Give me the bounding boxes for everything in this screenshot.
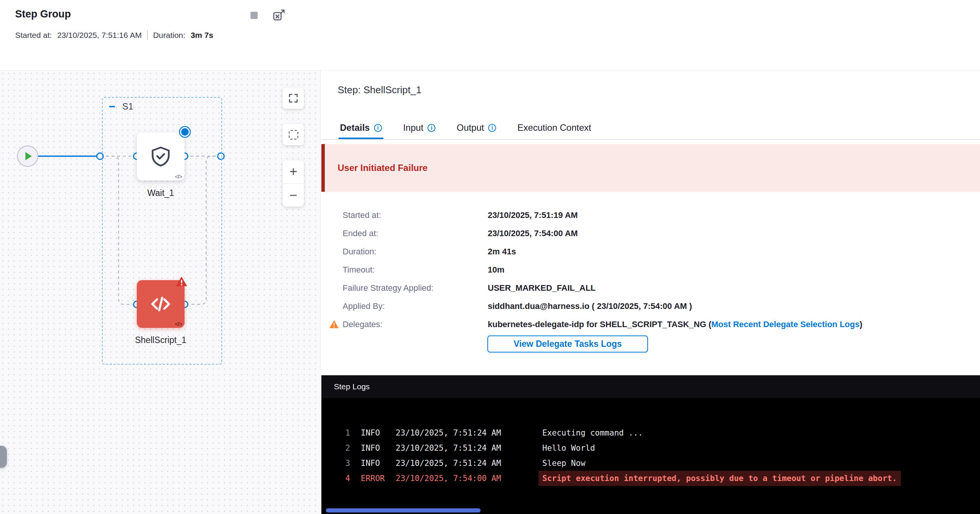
failure-alert-banner: User Initiated Failure (321, 144, 980, 192)
log-timestamp: 23/10/2025, 7:51:24 AM (396, 425, 503, 441)
step-logs-title: Step Logs (334, 382, 370, 391)
square-glyph (250, 12, 258, 19)
code-badge-icon: </> (175, 321, 182, 327)
node-label-wait-1: Wait_1 (111, 188, 210, 198)
group-label: S1 (123, 101, 134, 112)
started-at-value: 23/10/2025, 7:51:16 AM (57, 31, 142, 40)
detail-value: 23/10/2025, 7:51:19 AM (488, 210, 862, 220)
left-drawer-handle[interactable] (0, 446, 7, 468)
view-delegate-tasks-logs-button[interactable]: View Delegate Tasks Logs (487, 336, 648, 353)
play-icon (25, 152, 32, 160)
page-header: Step Group Started at: 23/10/2025, 7:51:… (0, 0, 980, 70)
log-message: Script execution interrupted, possibly d… (539, 471, 901, 486)
tab-input[interactable]: Input i (403, 116, 436, 139)
info-icon[interactable]: i (488, 124, 496, 132)
step-details-list: Started at: 23/10/2025, 7:51:19 AM Ended… (343, 210, 862, 329)
meta-divider (147, 30, 148, 40)
code-badge-icon: </> (175, 173, 182, 180)
pipeline-graph-canvas[interactable]: − S1 </> Wait_1 </> ShellScript_1 (0, 70, 321, 514)
node-label-shellscript-1: ShellScript_1 (111, 335, 210, 345)
step-details-panel: Step: ShellScript_1 Details i Input i Ou… (321, 70, 980, 514)
step-group-s1-header: − S1 (109, 101, 134, 112)
shield-check-icon (148, 145, 173, 169)
log-timestamp: 23/10/2025, 7:51:24 AM (396, 456, 503, 471)
collapse-group-icon[interactable]: − (109, 101, 116, 112)
log-level: INFO (361, 425, 386, 441)
info-icon[interactable]: i (374, 124, 382, 132)
page-title: Step Group (15, 8, 71, 20)
log-level: INFO (361, 456, 386, 471)
delegates-label: Delegates: (343, 319, 488, 329)
tab-output-label: Output (457, 123, 484, 133)
pipeline-start-node[interactable] (17, 146, 38, 167)
info-icon[interactable]: i (428, 124, 436, 132)
log-line-error: 4 ERROR 23/10/2025, 7:54:00 AM Script ex… (340, 471, 980, 486)
log-line-number: 4 (340, 471, 350, 486)
fit-to-screen-icon[interactable] (283, 88, 304, 109)
log-message: Hello World (542, 441, 595, 456)
failure-alert-text: User Initiated Failure (338, 162, 428, 173)
log-timestamp: 23/10/2025, 7:54:00 AM (396, 471, 503, 486)
log-message: Executing command ... (542, 425, 643, 441)
duration-label: Duration: (153, 31, 185, 40)
dismiss-graph-icon[interactable] (270, 7, 287, 24)
log-message: Sleep Now (542, 456, 585, 471)
zoom-out-button[interactable]: − (283, 184, 304, 207)
log-line-number: 1 (340, 425, 350, 441)
delegate-selection-logs-link[interactable]: Most Recent Delegate Selection Logs (711, 320, 859, 329)
warning-icon (329, 320, 339, 329)
zoom-in-button[interactable]: + (283, 160, 304, 183)
log-line: 2 INFO 23/10/2025, 7:51:24 AM Hello Worl… (340, 441, 980, 456)
log-line: 3 INFO 23/10/2025, 7:51:24 AM Sleep Now (340, 456, 980, 471)
started-at-label: Started at: (15, 31, 52, 40)
detail-value: 2m 41s (488, 247, 862, 257)
detail-value: 23/10/2025, 7:54:00 AM (488, 228, 862, 239)
detail-label: Failure Strategy Applied: (343, 283, 488, 293)
delegates-value-text: kubernetes-delegate-idp for SHELL_SCRIPT… (488, 320, 711, 329)
log-timestamp: 23/10/2025, 7:51:24 AM (396, 441, 503, 456)
log-line-number: 2 (340, 441, 350, 456)
detail-value: USER_MARKED_FAIL_ALL (488, 283, 862, 293)
log-line-number: 3 (340, 456, 350, 471)
tabs-divider (321, 139, 980, 140)
stop-square-icon[interactable] (245, 7, 262, 24)
tab-execution-context-label: Execution Context (517, 123, 591, 133)
detail-value: siddhant.dua@harness.io ( 23/10/2025, 7:… (488, 301, 862, 311)
tab-output[interactable]: Output i (457, 116, 496, 139)
duration-value: 3m 7s (191, 31, 213, 40)
log-line: 1 INFO 23/10/2025, 7:51:24 AM Executing … (340, 425, 980, 441)
log-console[interactable]: 1 INFO 23/10/2025, 7:51:24 AM Executing … (321, 398, 980, 514)
code-icon (148, 291, 173, 317)
detail-value: 10m (488, 264, 862, 275)
dashed-square-glyph (289, 130, 298, 140)
delegates-label-text: Delegates: (343, 320, 382, 329)
zoom-controls: + − (283, 160, 304, 207)
log-level: INFO (361, 441, 386, 456)
console-horizontal-scrollbar[interactable] (326, 508, 480, 512)
step-logs-header: Step Logs (321, 375, 980, 398)
tab-bar: Details i Input i Output i Execution Con… (340, 116, 612, 139)
detail-label: Started at: (343, 210, 488, 220)
marquee-select-icon[interactable] (283, 124, 304, 145)
delegates-value-suffix: ) (859, 320, 862, 329)
tab-details[interactable]: Details i (340, 116, 382, 139)
detail-label: Ended at: (343, 228, 488, 239)
step-title: Step: ShellScript_1 (338, 84, 422, 96)
log-level: ERROR (361, 471, 386, 486)
failure-warning-icon (175, 275, 188, 288)
tab-execution-context[interactable]: Execution Context (517, 116, 591, 139)
tab-input-label: Input (403, 123, 423, 133)
detail-label: Applied By: (343, 301, 488, 311)
selected-status-dot (180, 127, 190, 137)
detail-label: Timeout: (343, 264, 488, 275)
execution-meta: Started at: 23/10/2025, 7:51:16 AM Durat… (15, 30, 213, 40)
tab-details-label: Details (340, 123, 370, 133)
delegates-value: kubernetes-delegate-idp for SHELL_SCRIPT… (488, 319, 862, 329)
detail-label: Duration: (343, 247, 488, 257)
header-icon-group (245, 7, 287, 24)
node-wait-1[interactable]: </> (137, 133, 185, 180)
step-logs-section: Step Logs 1 INFO 23/10/2025, 7:51:24 AM … (321, 375, 980, 514)
